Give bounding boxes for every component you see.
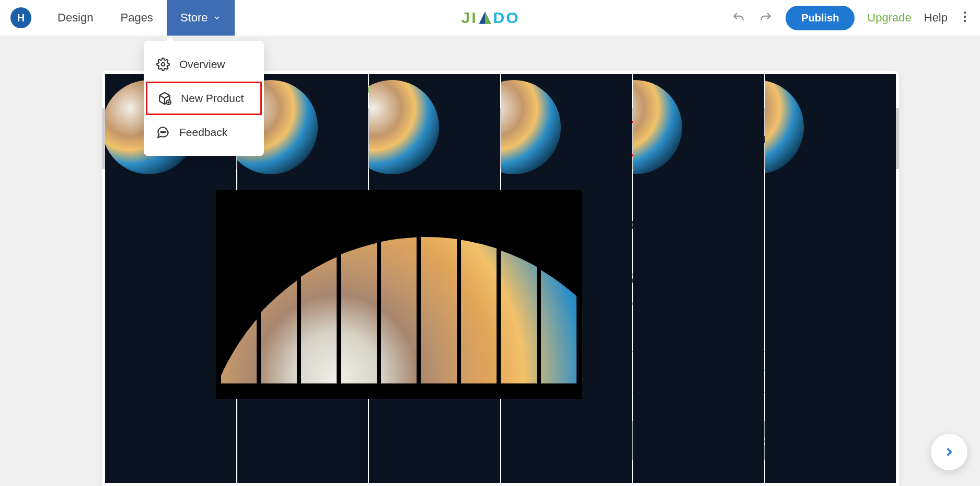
svg-point-8 <box>163 131 164 132</box>
nav-store-label: Store <box>180 11 208 25</box>
jimdo-logo: JI DO <box>461 9 518 27</box>
gear-icon <box>156 58 170 71</box>
topbar-right: Publish Upgrade Help <box>731 6 980 30</box>
next-fab[interactable] <box>931 434 967 470</box>
svg-point-9 <box>164 131 165 132</box>
svg-marker-1 <box>485 12 491 24</box>
publish-button[interactable]: Publish <box>786 6 855 30</box>
dropdown-overview[interactable]: Overview <box>144 48 264 81</box>
store-dropdown: Overview New Product Feedback <box>144 41 264 156</box>
chat-icon <box>156 126 170 139</box>
product-image[interactable] <box>216 190 582 399</box>
redo-button[interactable] <box>758 10 773 25</box>
nav-design[interactable]: Design <box>44 0 107 36</box>
upgrade-link[interactable]: Upgrade <box>867 11 911 25</box>
product-thumbnail[interactable] <box>133 190 190 246</box>
dropdown-new-product-label: New Product <box>181 92 244 105</box>
avatar[interactable]: H <box>10 7 31 28</box>
svg-point-5 <box>162 63 165 66</box>
dropdown-feedback[interactable]: Feedback <box>144 116 264 149</box>
dropdown-new-product[interactable]: New Product <box>146 82 262 115</box>
app-topbar: H Design Pages Store JI DO Publish Upgra… <box>0 0 980 36</box>
top-nav: Design Pages Store <box>44 0 235 36</box>
dropdown-feedback-label: Feedback <box>179 126 227 139</box>
nav-store[interactable]: Store <box>167 0 235 36</box>
svg-point-2 <box>964 12 966 14</box>
product-area: Product Title $1.00 including tax, plus … <box>102 169 899 481</box>
more-menu[interactable] <box>960 10 970 25</box>
nav-pages[interactable]: Pages <box>107 0 166 36</box>
help-link[interactable]: Help <box>924 11 948 25</box>
chevron-right-icon <box>942 445 956 459</box>
svg-point-3 <box>964 16 966 18</box>
chevron-down-icon <box>213 14 221 22</box>
svg-point-4 <box>964 20 966 22</box>
undo-button[interactable] <box>731 10 746 25</box>
svg-point-7 <box>161 131 162 132</box>
box-plus-icon <box>158 92 171 105</box>
dropdown-overview-label: Overview <box>179 58 225 71</box>
